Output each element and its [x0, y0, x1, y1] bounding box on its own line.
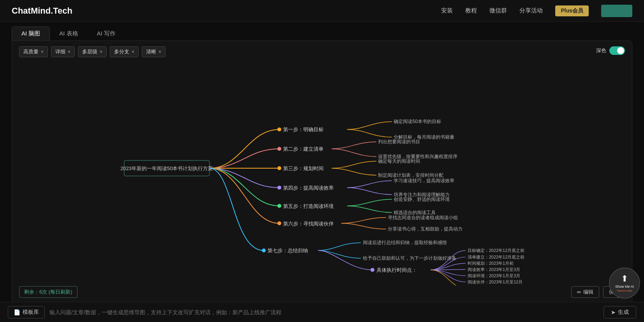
- bottom-bar: 📄 模板库 ➤ 生成: [0, 302, 644, 322]
- tab-brain[interactable]: AI 脑图: [12, 26, 50, 40]
- mindmap-svg: 2023年新的一年阅读50本书计划执行方案 第一步：明确目标 确定阅读50本书的…: [12, 60, 632, 285]
- svg-text:阅读效率：2023年1月至3月: 阅读效率：2023年1月至3月: [468, 267, 521, 272]
- svg-point-10: [277, 166, 281, 170]
- svg-text:清单建立：2022年12月底之前: 清单建立：2022年12月底之前: [468, 255, 525, 259]
- edit-button[interactable]: ✏ 编辑: [571, 286, 599, 298]
- svg-text:阅读伙伴：2023年1月至12月: 阅读伙伴：2023年1月至12月: [468, 280, 523, 284]
- svg-text:列出想要阅读的书目: 列出想要阅读的书目: [378, 139, 421, 144]
- remove-quality-icon[interactable]: ×: [41, 49, 44, 55]
- svg-point-22: [277, 222, 281, 225]
- nav-share[interactable]: 分享活动: [519, 7, 543, 14]
- svg-text:寻找志同道合的读者组成阅读小组: 寻找志同道合的读者组成阅读小组: [388, 215, 458, 220]
- svg-text:学习速读技巧，提高阅读效率: 学习速读技巧，提高阅读效率: [394, 178, 454, 183]
- arrow-icon: ➤: [611, 309, 616, 315]
- svg-text:精选适合的阅读工具: 精选适合的阅读工具: [394, 210, 436, 215]
- svg-text:第二步：建立清单: 第二步：建立清单: [283, 146, 324, 152]
- remove-clear-icon[interactable]: ×: [158, 49, 161, 55]
- svg-text:时间规划：2023年1月初: 时间规划：2023年1月初: [468, 261, 514, 266]
- toggle-knob: [617, 47, 624, 54]
- showme-icon: ⬆: [621, 274, 628, 284]
- avatar[interactable]: [601, 5, 632, 17]
- edit-icon: ✏: [577, 289, 581, 295]
- toggle-switch[interactable]: [609, 46, 625, 55]
- svg-text:第五步：打造阅读环境: 第五步：打造阅读环境: [283, 203, 334, 209]
- tabs-bar: AI 脑图 AI 表格 AI 写作: [0, 22, 644, 40]
- svg-point-26: [262, 248, 266, 252]
- plus-button[interactable]: Plus会员: [555, 5, 589, 16]
- svg-text:制定阅读计划表，安排时间分配: 制定阅读计划表，安排时间分配: [378, 172, 444, 178]
- remove-multilevel-icon[interactable]: ×: [100, 49, 102, 55]
- generate-button[interactable]: ➤ 生成: [604, 306, 636, 318]
- prompt-input[interactable]: [49, 309, 599, 315]
- svg-text:确定每天的阅读时间: 确定每天的阅读时间: [378, 158, 421, 164]
- svg-point-14: [277, 186, 281, 190]
- dark-toggle[interactable]: 深色: [596, 46, 625, 55]
- filter-bar: 高质量 × 详细 × 多层级 × 多分支 × 清晰 ×: [12, 41, 172, 63]
- filter-quality[interactable]: 高质量 ×: [19, 46, 48, 57]
- filter-multibranch[interactable]: 多分支 ×: [110, 46, 139, 57]
- template-button[interactable]: 📄 模板库: [8, 306, 45, 318]
- nav-install[interactable]: 安装: [441, 7, 453, 14]
- yuucn-label: Yuucn.com: [617, 289, 632, 292]
- svg-text:具体执行时间点：: 具体执行时间点：: [377, 267, 417, 273]
- nav-tutorial[interactable]: 教程: [465, 7, 477, 14]
- nav: 安装 教程 微信群 分享活动 Plus会员: [441, 5, 632, 17]
- svg-point-6: [277, 147, 281, 151]
- svg-text:给予自己鼓励和认可，为下一步计划做好准备: 给予自己鼓励和认可，为下一步计划做好准备: [363, 255, 456, 261]
- svg-text:第六步：寻找阅读伙伴: 第六步：寻找阅读伙伴: [283, 221, 334, 227]
- tab-table[interactable]: AI 表格: [50, 26, 87, 40]
- svg-text:阅读环境：2023年1月至3月: 阅读环境：2023年1月至3月: [468, 273, 521, 278]
- svg-text:确定阅读50本书的目标: 确定阅读50本书的目标: [393, 119, 441, 124]
- svg-text:2023年新的一年阅读50本书计划执行方案: 2023年新的一年阅读50本书计划执行方案: [120, 165, 213, 171]
- svg-text:创造安静、舒适的阅读环境: 创造安静、舒适的阅读环境: [394, 197, 450, 202]
- showme-label: Show Me AI: [615, 285, 634, 289]
- remove-multibranch-icon[interactable]: ×: [132, 49, 134, 55]
- dark-label: 深色: [596, 47, 606, 54]
- logo: ChatMind.Tech: [12, 6, 72, 16]
- header: ChatMind.Tech 安装 教程 微信群 分享活动 Plus会员: [0, 0, 644, 22]
- svg-point-18: [277, 204, 281, 208]
- svg-text:目标确定：2022年12月底之前: 目标确定：2022年12月底之前: [468, 248, 525, 253]
- remove-detail-icon[interactable]: ×: [68, 49, 70, 55]
- mindmap-area: 2023年新的一年阅读50本书计划执行方案 第一步：明确目标 确定阅读50本书的…: [12, 60, 632, 285]
- svg-text:第七步：总结归纳: 第七步：总结归纳: [267, 248, 308, 253]
- filter-clear[interactable]: 清晰 ×: [142, 46, 165, 57]
- main-area: 高质量 × 详细 × 多层级 × 多分支 × 清晰 × 深色 2023: [12, 40, 632, 305]
- svg-text:阅读后进行总结和归纳，提取经验和感悟: 阅读后进行总结和归纳，提取经验和感悟: [363, 240, 447, 245]
- remaining-count: 剩余：6次 (每日刷新): [19, 286, 77, 298]
- showme-badge[interactable]: ⬆ Show Me AI Yuucn.com: [609, 267, 640, 299]
- svg-text:分享读书心得，互相鼓励，提高动力: 分享读书心得，互相鼓励，提高动力: [388, 226, 463, 232]
- svg-text:第三步：规划时间: 第三步：规划时间: [283, 165, 324, 171]
- template-icon: 📄: [14, 309, 20, 315]
- svg-point-2: [277, 127, 281, 131]
- nav-wechat[interactable]: 微信群: [489, 7, 507, 14]
- svg-text:第一步：明确目标: 第一步：明确目标: [283, 127, 324, 132]
- svg-point-30: [371, 268, 375, 272]
- filter-multilevel[interactable]: 多层级 ×: [78, 46, 107, 57]
- tab-write[interactable]: AI 写作: [88, 26, 125, 40]
- svg-text:第四步：提高阅读效率: 第四步：提高阅读效率: [283, 185, 334, 191]
- filter-detail[interactable]: 详细 ×: [51, 46, 75, 57]
